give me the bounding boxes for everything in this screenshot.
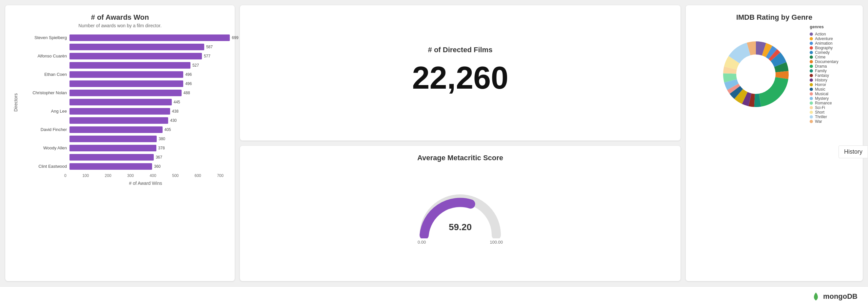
- legend-genre-label: Action: [815, 32, 826, 36]
- svg-text:59.20: 59.20: [449, 222, 472, 232]
- legend-item: Mystery: [810, 96, 838, 101]
- gauge-svg: 59.20: [417, 192, 503, 239]
- donut-area: genres ActionAdventureAnimationBiography…: [693, 24, 855, 124]
- legend-genre-label: War: [815, 119, 822, 124]
- legend-genre-label: Musical: [815, 92, 828, 96]
- donut-segment: [759, 77, 788, 106]
- bar-value: 378: [158, 146, 165, 150]
- legend-genre-label: Romance: [815, 101, 832, 105]
- bar-row: David Fincher405: [21, 126, 238, 134]
- legend-genre-label: Mystery: [815, 96, 829, 101]
- bar-container: 380: [69, 136, 238, 142]
- x-axis-tick: 300: [127, 173, 134, 178]
- bar-row: 430: [21, 116, 238, 124]
- bar-row: Clint Eastwood360: [21, 162, 238, 170]
- legend-genre-label: Sci-Fi: [815, 105, 825, 110]
- bar-container: 496: [69, 71, 238, 78]
- x-axis: 0100200300400500600700: [64, 173, 227, 178]
- legend-item: Family: [810, 68, 838, 73]
- legend-dot: [810, 88, 813, 91]
- bar-label: Clint Eastwood: [21, 164, 69, 169]
- legend-dot: [810, 102, 813, 105]
- bar-container: 699: [69, 34, 238, 41]
- bar-label: Alfonso Cuarèn: [21, 54, 69, 58]
- dashboard: # of Awards Won Number of awards won by …: [0, 0, 868, 306]
- bar-row: 496: [21, 80, 238, 88]
- bar-container: 438: [69, 108, 238, 115]
- gauge-labels: 0.00 100.00: [417, 240, 503, 245]
- x-axis-tick: 400: [150, 173, 156, 178]
- chart-body: Steven Spielberg699587Alfonso Cuarèn5775…: [21, 33, 238, 171]
- bar-value: 445: [174, 100, 180, 104]
- legend-dot: [810, 92, 813, 95]
- legend-item: Adventure: [810, 36, 838, 41]
- legend-dot: [810, 37, 813, 40]
- history-panel[interactable]: History: [838, 145, 868, 158]
- mongodb-logo: mongoDB: [811, 292, 858, 301]
- bar-fill: [69, 34, 230, 41]
- legend-item: Comedy: [810, 50, 838, 55]
- bar-container: 488: [69, 90, 238, 96]
- legend-item: Biography: [810, 46, 838, 50]
- footer: mongoDB: [0, 286, 868, 306]
- bar-label: Ethan Coen: [21, 72, 69, 77]
- bar-fill: [69, 99, 172, 105]
- legend-genre-label: Thriller: [815, 115, 827, 119]
- bar-label: David Fincher: [21, 127, 69, 132]
- legend-genre-label: Adventure: [815, 36, 833, 41]
- legend-genre-label: Music: [815, 87, 825, 92]
- bar-fill: [69, 117, 168, 124]
- bar-label: Christopher Nolan: [21, 90, 69, 95]
- legend-dot: [810, 106, 813, 109]
- main-content: # of Awards Won Number of awards won by …: [0, 0, 868, 286]
- bar-fill: [69, 154, 154, 161]
- legend-genre-label: Drama: [815, 64, 827, 68]
- bar-row: 367: [21, 153, 238, 161]
- bar-value: 367: [156, 155, 162, 160]
- middle-col: # of Directed Films 22,260 Average Metac…: [240, 5, 681, 281]
- bar-value: 496: [185, 81, 192, 86]
- legend-dot: [810, 120, 813, 123]
- legend-dot: [810, 83, 813, 86]
- legend-item: Fantasy: [810, 73, 838, 78]
- bar-fill: [69, 163, 152, 170]
- bar-fill: [69, 127, 163, 133]
- legend-genre-label: Biography: [815, 46, 833, 50]
- x-axis-tick: 600: [194, 173, 201, 178]
- legend-title: genres: [810, 24, 838, 29]
- metacritic-card: Average Metacritic Score 59.20 0.00: [240, 146, 681, 281]
- imdb-genre-card: IMDB Rating by Genre genres ActionAdvent…: [686, 5, 863, 281]
- legend-dot: [810, 79, 813, 82]
- legend-genre-label: Comedy: [815, 50, 830, 55]
- legend-dot: [810, 32, 813, 36]
- x-axis-tick: 100: [82, 173, 89, 178]
- bar-container: 367: [69, 154, 238, 161]
- legend-genre-label: Animation: [815, 41, 832, 46]
- bar-value: 488: [184, 91, 190, 95]
- bar-fill: [69, 136, 157, 142]
- bar-row: Ethan Coen496: [21, 70, 238, 79]
- history-label: History: [844, 148, 862, 155]
- awards-title: # of Awards Won: [13, 13, 227, 22]
- bar-row: 445: [21, 98, 238, 106]
- mongodb-leaf-icon: [811, 292, 820, 301]
- legend-item: Thriller: [810, 115, 838, 119]
- legend-dot: [810, 115, 813, 118]
- legend-item: Music: [810, 87, 838, 92]
- bar-value: 380: [159, 137, 165, 141]
- legend-dot: [810, 55, 813, 59]
- donut-svg: [710, 28, 802, 120]
- bar-row: Alfonso Cuarèn577: [21, 52, 238, 60]
- bar-value: 527: [192, 63, 199, 67]
- bar-fill: [69, 145, 156, 151]
- legend-item: History: [810, 78, 838, 82]
- legend-item: Documentary: [810, 59, 838, 64]
- bar-value: 430: [170, 118, 177, 123]
- bar-container: 496: [69, 80, 238, 87]
- x-axis-tick: 700: [217, 173, 223, 178]
- directed-films-value: 22,260: [412, 62, 508, 93]
- x-axis-label: # of Award Wins: [64, 180, 227, 186]
- bar-row: Steven Spielberg699: [21, 33, 238, 42]
- bar-row: 587: [21, 43, 238, 51]
- bar-chart-area: Directors Steven Spielberg699587Alfonso …: [13, 33, 227, 171]
